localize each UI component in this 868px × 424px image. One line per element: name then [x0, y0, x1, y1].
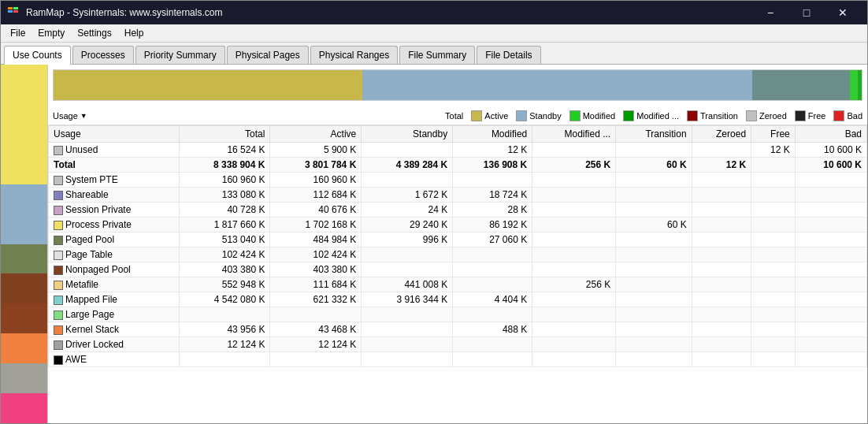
data-table: Usage Total Active Standby Modified Modi…: [48, 125, 867, 367]
legend-active: Active: [471, 110, 508, 121]
legend-bad-color: [833, 110, 844, 121]
usage-label: Large Page: [65, 309, 114, 320]
cell-free: [751, 337, 796, 352]
cell-standby: [362, 352, 453, 367]
cell-modified: 12 K: [453, 143, 532, 158]
cell-transition: [616, 143, 692, 158]
cell-standby: 24 K: [362, 203, 453, 218]
cell-standby: 4 389 284 K: [362, 158, 453, 173]
cell-total: 12 124 K: [179, 337, 270, 352]
legend-zeroed-color: [746, 110, 757, 121]
cell-bad: [795, 292, 866, 307]
usage-color-swatch: [54, 251, 63, 260]
cell-usage: Kernel Stack: [49, 322, 180, 337]
cell-standby: 1 672 K: [362, 188, 453, 203]
cell-free: [751, 277, 796, 292]
cell-modified2: [532, 292, 616, 307]
usage-color-swatch: [54, 296, 63, 305]
cell-bad: [795, 277, 866, 292]
cell-zeroed: [692, 203, 751, 218]
tab-bar: Use Counts Processes Priority Summary Ph…: [1, 43, 867, 65]
usage-label: Driver Locked: [65, 339, 124, 350]
sidebar-olive: [1, 244, 47, 274]
cell-modified2: [532, 232, 616, 247]
cell-usage: AWE: [49, 352, 180, 367]
cell-standby: [362, 322, 453, 337]
usage-label: Metafile: [65, 279, 98, 290]
cell-modified: [453, 337, 532, 352]
cell-modified: 136 908 K: [453, 158, 532, 173]
cell-active: [270, 352, 362, 367]
cell-active: 111 684 K: [270, 277, 362, 292]
cell-total: 160 960 K: [179, 173, 270, 188]
cell-modified2: [532, 262, 616, 277]
menu-settings[interactable]: Settings: [71, 26, 117, 40]
cell-total: 4 542 080 K: [179, 292, 270, 307]
usage-color-swatch: [54, 311, 63, 320]
cell-free: [751, 173, 796, 188]
usage-label: Session Private: [65, 204, 131, 215]
usage-label: Paged Pool: [65, 234, 114, 245]
legend-usage-header: Usage ▼: [53, 111, 87, 121]
table-row: Session Private40 728 K40 676 K24 K28 K: [49, 203, 867, 218]
cell-bad: 10 600 K: [795, 143, 866, 158]
cell-modified: 28 K: [453, 203, 532, 218]
cell-active: 12 124 K: [270, 337, 362, 352]
cell-free: [751, 352, 796, 367]
legend-usage-label: Usage: [53, 111, 78, 121]
chart-modified: [850, 70, 858, 100]
menu-file[interactable]: File: [4, 26, 32, 40]
tab-physical-pages[interactable]: Physical Pages: [227, 46, 309, 64]
legend-modified-color: [569, 110, 581, 121]
cell-active: 621 332 K: [270, 292, 362, 307]
sidebar-pink: [1, 393, 47, 423]
legend-standby-color: [516, 110, 527, 121]
cell-transition: [616, 203, 692, 218]
cell-free: [751, 232, 796, 247]
cell-total: 552 948 K: [179, 277, 270, 292]
usage-label: Kernel Stack: [65, 324, 119, 335]
cell-total: 43 956 K: [179, 322, 270, 337]
maximize-button[interactable]: □: [788, 1, 825, 24]
cell-modified: 18 724 K: [453, 188, 532, 203]
cell-total: 403 380 K: [179, 262, 270, 277]
table-row: Kernel Stack43 956 K43 468 K488 K: [49, 322, 867, 337]
cell-standby: [362, 143, 453, 158]
cell-zeroed: [692, 292, 751, 307]
cell-active: 112 684 K: [270, 188, 362, 203]
col-modified2: Modified ...: [532, 126, 616, 143]
cell-usage: Process Private: [49, 218, 180, 232]
tab-file-details[interactable]: File Details: [477, 46, 540, 64]
cell-transition: [616, 337, 692, 352]
cell-active: 43 468 K: [270, 322, 362, 337]
window-controls: − □ ✕: [752, 1, 861, 24]
cell-modified: 4 404 K: [453, 292, 532, 307]
cell-total: [179, 307, 270, 322]
cell-active: [270, 307, 362, 322]
tab-use-counts[interactable]: Use Counts: [4, 46, 71, 65]
usage-label: System PTE: [65, 174, 118, 185]
menu-empty[interactable]: Empty: [32, 26, 71, 40]
tab-file-summary[interactable]: File Summary: [399, 46, 475, 64]
tab-priority-summary[interactable]: Priority Summary: [135, 46, 225, 64]
cell-modified: [453, 352, 532, 367]
cell-modified2: [532, 143, 616, 158]
minimize-button[interactable]: −: [752, 1, 788, 24]
cell-bad: [795, 337, 866, 352]
legend-transition-color: [687, 110, 698, 121]
cell-usage: Driver Locked: [49, 337, 180, 352]
data-table-container[interactable]: Usage Total Active Standby Modified Modi…: [48, 125, 867, 367]
menu-help[interactable]: Help: [118, 26, 150, 40]
cell-zeroed: [692, 232, 751, 247]
col-standby: Standby: [362, 126, 453, 143]
sidebar-yellow: [1, 65, 47, 184]
cell-bad: [795, 247, 866, 262]
close-button[interactable]: ✕: [825, 1, 861, 24]
cell-modified: 27 060 K: [453, 232, 532, 247]
usage-label: Nonpaged Pool: [65, 264, 131, 275]
tab-physical-ranges[interactable]: Physical Ranges: [310, 46, 398, 64]
col-modified: Modified: [453, 126, 532, 143]
tab-processes[interactable]: Processes: [72, 46, 134, 64]
cell-active: 403 380 K: [270, 262, 362, 277]
cell-modified2: [532, 173, 616, 188]
